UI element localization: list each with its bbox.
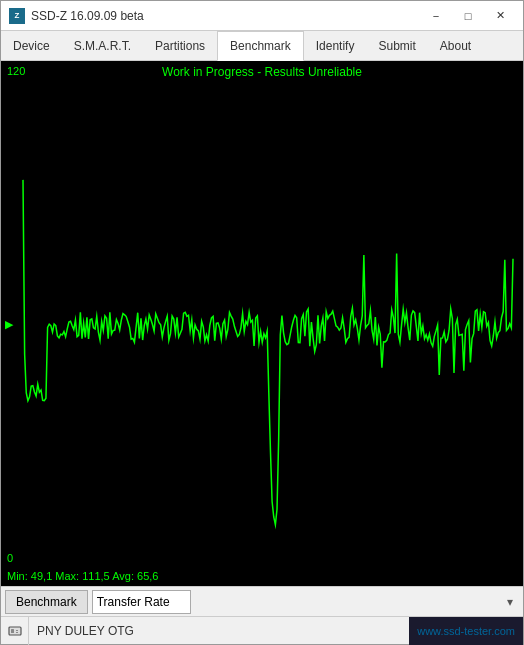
- menu-item-identify[interactable]: Identify: [304, 31, 367, 60]
- chart-y-top: 120: [7, 65, 25, 77]
- website-url: www.ssd-tester.com: [409, 617, 523, 645]
- close-button[interactable]: ✕: [485, 6, 515, 26]
- title-controls: − □ ✕: [421, 6, 515, 26]
- status-bar: PNY DULEY OTG www.ssd-tester.com: [1, 616, 523, 644]
- svg-rect-1: [11, 629, 14, 633]
- device-name: PNY DULEY OTG: [29, 624, 409, 638]
- svg-rect-0: [9, 627, 21, 635]
- menu-item-smart[interactable]: S.M.A.R.T.: [62, 31, 143, 60]
- transfer-select-wrapper: Transfer Rate Access Time Write Speed: [92, 590, 519, 614]
- app-icon: Z: [9, 8, 25, 24]
- transfer-rate-select[interactable]: Transfer Rate Access Time Write Speed: [92, 590, 191, 614]
- chart-area: Work in Progress - Results Unreliable 12…: [1, 61, 523, 586]
- menu-bar: Device S.M.A.R.T. Partitions Benchmark I…: [1, 31, 523, 61]
- device-icon: [1, 617, 29, 645]
- svg-rect-3: [16, 632, 18, 633]
- menu-item-benchmark[interactable]: Benchmark: [217, 31, 304, 61]
- maximize-button[interactable]: □: [453, 6, 483, 26]
- title-bar: Z SSD-Z 16.09.09 beta − □ ✕: [1, 1, 523, 31]
- window-title: SSD-Z 16.09.09 beta: [31, 9, 144, 23]
- svg-rect-2: [16, 630, 18, 631]
- title-left: Z SSD-Z 16.09.09 beta: [9, 8, 144, 24]
- benchmark-chart: [1, 61, 523, 586]
- menu-item-about[interactable]: About: [428, 31, 483, 60]
- chart-header: Work in Progress - Results Unreliable: [1, 65, 523, 79]
- benchmark-button[interactable]: Benchmark: [5, 590, 88, 614]
- chart-footer: Min: 49,1 Max: 111,5 Avg: 65,6: [7, 570, 158, 582]
- menu-item-submit[interactable]: Submit: [366, 31, 427, 60]
- chart-arrow: ▶: [5, 317, 13, 330]
- main-window: Z SSD-Z 16.09.09 beta − □ ✕ Device S.M.A…: [0, 0, 524, 645]
- chart-y-bottom: 0: [7, 552, 13, 564]
- menu-item-partitions[interactable]: Partitions: [143, 31, 217, 60]
- bottom-controls: Benchmark Transfer Rate Access Time Writ…: [1, 586, 523, 616]
- minimize-button[interactable]: −: [421, 6, 451, 26]
- menu-item-device[interactable]: Device: [1, 31, 62, 60]
